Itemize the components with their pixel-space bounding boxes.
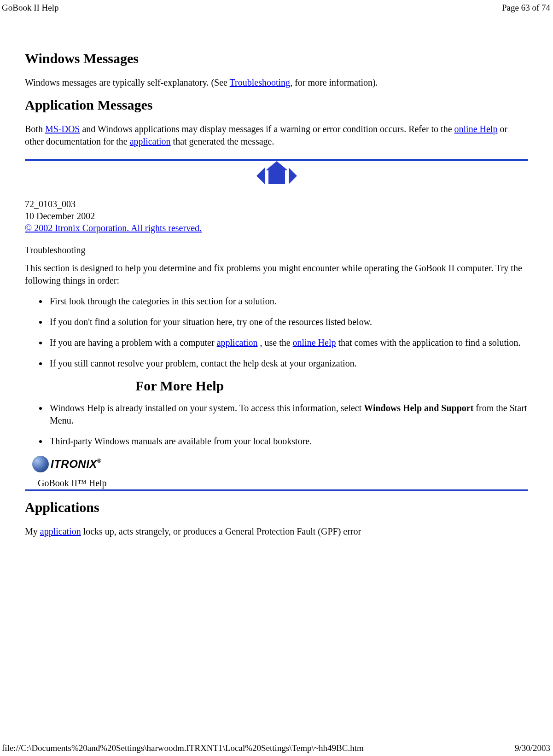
link-application[interactable]: application bbox=[40, 526, 81, 536]
doc-number: 72_0103_003 bbox=[25, 198, 528, 210]
text: Both bbox=[25, 124, 45, 134]
link-application[interactable]: application bbox=[130, 136, 171, 146]
link-online-help[interactable]: online Help bbox=[454, 124, 498, 134]
heading-for-more-help: For More Help bbox=[135, 378, 528, 394]
heading-windows-messages: Windows Messages bbox=[25, 51, 528, 66]
footer-path: file://C:\Documents%20and%20Settings\har… bbox=[2, 743, 364, 753]
link-online-help[interactable]: online Help bbox=[293, 337, 336, 348]
link-application[interactable]: application bbox=[217, 337, 258, 348]
page-footer: file://C:\Documents%20and%20Settings\har… bbox=[2, 743, 550, 753]
text: and Windows applications may display mes… bbox=[80, 124, 454, 134]
list-item: If you are having a problem with a compu… bbox=[48, 337, 528, 349]
heading-applications: Applications bbox=[25, 500, 528, 515]
text: , use the bbox=[258, 337, 293, 348]
text: that generated the message. bbox=[171, 136, 274, 146]
nav-home-icon[interactable] bbox=[268, 168, 285, 184]
list-item: If you don't find a solution for your si… bbox=[48, 316, 528, 328]
list-item: If you still cannot resolve your problem… bbox=[48, 357, 528, 370]
paragraph-application-messages: Both MS-DOS and Windows applications may… bbox=[25, 123, 528, 148]
doc-date: 10 December 2002 bbox=[25, 210, 528, 222]
itronix-logo: ITRONIX® bbox=[32, 456, 528, 472]
link-copyright[interactable]: © 2002 Itronix Corporation. All rights r… bbox=[25, 223, 202, 233]
text: , for more information). bbox=[290, 77, 378, 87]
logo-trademark: ® bbox=[97, 458, 101, 464]
page-header: GoBook II Help Page 63 of 74 bbox=[0, 0, 553, 13]
header-page: Page 63 of 74 bbox=[502, 3, 550, 13]
header-title: GoBook II Help bbox=[2, 3, 58, 13]
globe-icon bbox=[32, 456, 49, 472]
paragraph-applications: My application locks up, acts strangely,… bbox=[25, 525, 528, 538]
text: Windows Help is already installed on you… bbox=[50, 403, 364, 413]
bold-text: Windows Help and Support bbox=[364, 403, 473, 413]
heading-application-messages: Application Messages bbox=[25, 97, 528, 113]
heading-troubleshooting: Troubleshooting bbox=[25, 244, 528, 256]
footer-date: 9/30/2003 bbox=[515, 743, 550, 753]
text: that comes with the application to find … bbox=[336, 337, 520, 348]
text: Windows messages are typically self-expl… bbox=[25, 77, 230, 87]
document-content: Windows Messages Windows messages are ty… bbox=[0, 13, 553, 538]
paragraph-windows-messages: Windows messages are typically self-expl… bbox=[25, 76, 528, 89]
list-item: Third-party Windows manuals are availabl… bbox=[48, 435, 528, 448]
nav-prev-icon[interactable] bbox=[256, 168, 265, 184]
more-help-list: Windows Help is already installed on you… bbox=[48, 402, 528, 448]
nav-controls bbox=[25, 168, 528, 184]
section-tab-bar: GoBook II™ Help bbox=[25, 476, 528, 491]
logo-name: ITRONIX bbox=[51, 458, 97, 470]
link-msdos[interactable]: MS-DOS bbox=[45, 124, 80, 134]
nav-next-icon[interactable] bbox=[289, 168, 297, 184]
doc-info: 72_0103_003 10 December 2002 © 2002 Itro… bbox=[25, 198, 528, 234]
text: My bbox=[25, 526, 40, 536]
link-troubleshooting[interactable]: Troubleshooting bbox=[230, 77, 291, 87]
list-item: Windows Help is already installed on you… bbox=[48, 402, 528, 427]
troubleshooting-list: First look through the categories in thi… bbox=[48, 295, 528, 370]
tab-gobook-help: GoBook II™ Help bbox=[25, 476, 111, 489]
text: locks up, acts strangely, or produces a … bbox=[81, 526, 361, 536]
logo-text: ITRONIX® bbox=[51, 458, 101, 471]
paragraph-troubleshooting-intro: This section is designed to help you det… bbox=[25, 262, 528, 287]
text: If you are having a problem with a compu… bbox=[50, 337, 217, 348]
list-item: First look through the categories in thi… bbox=[48, 295, 528, 308]
